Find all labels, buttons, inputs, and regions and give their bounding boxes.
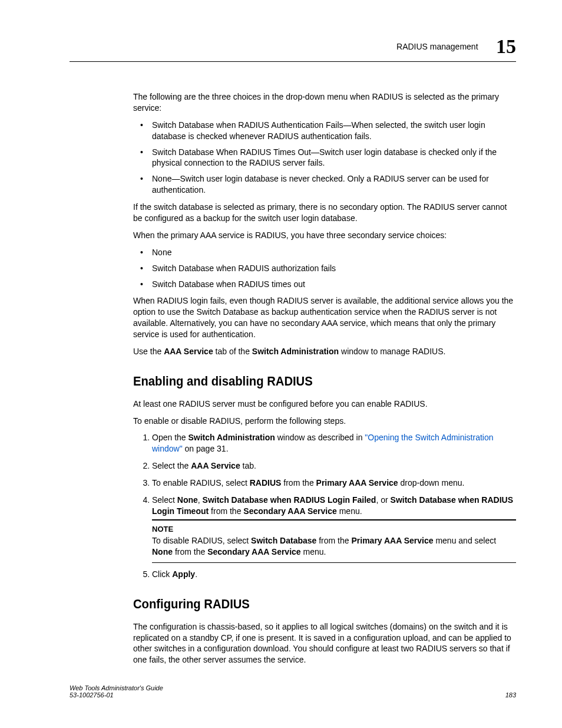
text: drop-down menu. bbox=[398, 478, 465, 487]
paragraph: The configuration is chassis-based, so i… bbox=[133, 621, 516, 666]
list-item: Click Apply. bbox=[152, 569, 516, 580]
text: from the bbox=[281, 478, 316, 487]
text: Select the bbox=[152, 461, 191, 470]
section-heading: Enabling and disabling RADIUS bbox=[133, 373, 485, 390]
text-bold: None bbox=[177, 495, 198, 505]
note-label: NOTE bbox=[152, 524, 516, 535]
page-number: 183 bbox=[505, 691, 516, 699]
text: To enable RADIUS, select bbox=[152, 478, 250, 487]
content-area: The following are the three choices in t… bbox=[133, 91, 516, 666]
list-item: None—Switch user login database is never… bbox=[133, 173, 516, 196]
text: menu. bbox=[337, 506, 362, 516]
text: tab. bbox=[240, 461, 256, 470]
header-section-label: RADIUS management bbox=[396, 42, 478, 51]
text: Select bbox=[152, 495, 177, 505]
footer-guide-title: Web Tools Administrator's Guide bbox=[70, 684, 516, 691]
text: from the bbox=[316, 536, 351, 545]
text-bold: AAA Service bbox=[164, 347, 213, 356]
numbered-list: Open the Switch Administration window as… bbox=[133, 432, 516, 580]
text: . bbox=[195, 569, 197, 579]
paragraph: When the primary AAA service is RADIUS, … bbox=[133, 230, 516, 241]
bullet-list: None Switch Database when RADUIS authori… bbox=[133, 247, 516, 290]
text: on page 31. bbox=[183, 444, 229, 453]
text-bold: Primary AAA Service bbox=[316, 478, 398, 487]
text: window as described in bbox=[275, 433, 365, 442]
list-item: Switch Database when RADIUS Authenticati… bbox=[133, 120, 516, 142]
text-bold: None bbox=[152, 547, 173, 556]
list-item: Switch Database when RADUIS authorizatio… bbox=[133, 263, 516, 274]
section-heading: Configuring RADIUS bbox=[133, 595, 485, 613]
paragraph: When RADIUS login fails, even though RAD… bbox=[133, 295, 516, 340]
list-item: To enable RADIUS, select RADIUS from the… bbox=[152, 477, 516, 489]
page-footer: Web Tools Administrator's Guide 53-10027… bbox=[70, 684, 516, 699]
text: tab of the bbox=[213, 347, 252, 356]
paragraph: If the switch database is selected as pr… bbox=[133, 202, 516, 224]
text: from the bbox=[209, 506, 243, 516]
list-item: None bbox=[133, 247, 516, 258]
text: Use the bbox=[133, 347, 164, 356]
text: Open the bbox=[152, 433, 189, 442]
text-bold: Switch Database bbox=[251, 536, 316, 545]
paragraph: Use the AAA Service tab of the Switch Ad… bbox=[133, 346, 516, 357]
text-bold: Switch Administration bbox=[189, 433, 275, 442]
text-bold: RADIUS bbox=[250, 478, 282, 487]
list-item: Select the AAA Service tab. bbox=[152, 460, 516, 472]
page: RADIUS management 15 The following are t… bbox=[0, 0, 562, 728]
running-header: RADIUS management 15 bbox=[70, 35, 516, 62]
text: To disable RADIUS, select bbox=[152, 536, 251, 545]
text-bold: Primary AAA Service bbox=[351, 536, 433, 545]
text: from the bbox=[173, 547, 207, 556]
list-item: Open the Switch Administration window as… bbox=[152, 432, 516, 454]
text: , bbox=[198, 495, 203, 505]
note-box: NOTE To disable RADIUS, select Switch Da… bbox=[152, 519, 516, 563]
text: menu. bbox=[301, 547, 326, 556]
text-bold: Secondary AAA Service bbox=[243, 506, 336, 516]
text-bold: Secondary AAA Service bbox=[207, 547, 300, 556]
paragraph: At least one RADIUS server must be confi… bbox=[133, 398, 516, 410]
text-bold: Switch Administration bbox=[252, 347, 339, 356]
chapter-number: 15 bbox=[496, 35, 516, 57]
footer-doc-number: 53-1002756-01 bbox=[70, 691, 114, 699]
note-body: To disable RADIUS, select Switch Databas… bbox=[152, 535, 516, 558]
text: , or bbox=[376, 495, 390, 505]
header-rule bbox=[70, 61, 516, 62]
text-bold: Apply bbox=[172, 569, 195, 579]
bullet-list: Switch Database when RADIUS Authenticati… bbox=[133, 120, 516, 196]
paragraph: To enable or disable RADIUS, perform the… bbox=[133, 416, 516, 427]
list-item: Switch Database when RADIUS times out bbox=[133, 279, 516, 290]
list-item: Switch Database When RADIUS Times Out—Sw… bbox=[133, 147, 516, 169]
text-bold: AAA Service bbox=[191, 461, 240, 470]
text: menu and select bbox=[434, 536, 497, 545]
list-item: Select None, Switch Database when RADIUS… bbox=[152, 495, 516, 563]
text: Click bbox=[152, 569, 172, 579]
text: window to manage RADIUS. bbox=[339, 347, 445, 356]
paragraph: The following are the three choices in t… bbox=[133, 91, 516, 114]
text-bold: Switch Database when RADIUS Login Failed bbox=[203, 495, 376, 505]
